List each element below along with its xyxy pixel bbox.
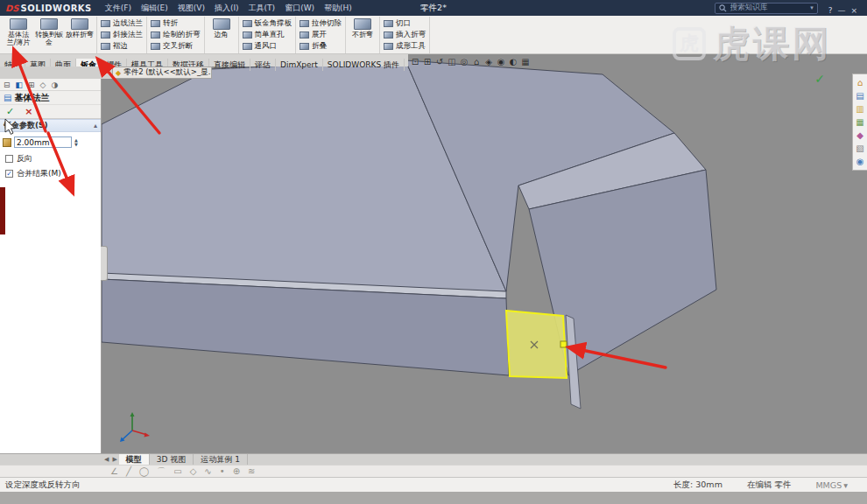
display-style-icon[interactable]: ◈	[483, 57, 494, 66]
view-tab[interactable]: 模型	[119, 454, 150, 465]
dimxpertmanager-tab-icon[interactable]: ◇	[40, 79, 46, 91]
scroll-right-icon[interactable]: ▶	[110, 454, 118, 465]
ribbon-button[interactable]: 边角	[207, 17, 236, 52]
command-tab[interactable]: DimXpert	[276, 59, 323, 71]
search-dropdown-icon[interactable]: ▾	[810, 4, 814, 11]
ribbon-button[interactable]: 成形工具	[382, 40, 427, 52]
rectangle-icon[interactable]: ▭	[173, 466, 181, 476]
section-view-icon[interactable]: ◫	[447, 57, 457, 66]
command-tab[interactable]: 评估	[250, 59, 276, 71]
spin-down-icon[interactable]: ▼	[74, 143, 78, 147]
appearances-icon[interactable]: ◆	[853, 129, 867, 142]
arc-icon[interactable]: ⌒	[157, 466, 166, 478]
menu-item[interactable]: 视图(V)	[173, 0, 209, 16]
point-icon[interactable]: •	[220, 466, 225, 476]
thickness-input[interactable]	[14, 136, 72, 148]
scroll-left-icon[interactable]: ◀	[102, 454, 110, 465]
confirmation-corner-check[interactable]: ✓	[814, 72, 825, 86]
ribbon-button[interactable]: 钣金角撑板	[241, 18, 294, 29]
polygon-icon[interactable]: ◇	[190, 466, 197, 476]
ok-button[interactable]: ✓	[6, 106, 14, 117]
collapse-icon[interactable]: ▴	[94, 122, 97, 130]
recording-indicator-strip	[0, 187, 5, 234]
ribbon-button[interactable]: 褶边	[99, 40, 144, 52]
ribbon-button[interactable]: 边线法兰	[99, 18, 144, 29]
menu-item[interactable]: 帮助(H)	[320, 0, 356, 16]
reverse-checkbox[interactable]	[5, 155, 13, 163]
search-icon	[719, 4, 727, 12]
ribbon-button[interactable]: 简单直孔	[241, 29, 294, 40]
zoom-area-icon[interactable]: ⊞	[422, 57, 433, 66]
menu-item[interactable]: 文件(F)	[101, 0, 136, 16]
thickness-row: ▲ ▼	[0, 132, 101, 150]
ribbon-button[interactable]: 插入折弯	[382, 29, 427, 40]
ribbon-button[interactable]: 折叠	[298, 40, 343, 52]
sheet-metal-command-icon	[10, 18, 27, 30]
ribbon-button[interactable]: 转折	[149, 18, 202, 29]
help-icon[interactable]: ?	[826, 6, 835, 15]
ribbon-button[interactable]: 拉伸切除	[298, 18, 343, 29]
dynamic-annotation-icon[interactable]: ◎	[459, 57, 469, 66]
trim-icon[interactable]: ≋	[248, 466, 255, 476]
ribbon-button-label: 边线法兰	[113, 18, 143, 29]
ribbon-button[interactable]: 斜接法兰	[99, 29, 144, 40]
sheet-metal-command-icon	[151, 32, 160, 38]
zoom-fit-icon[interactable]: ⊡	[410, 57, 420, 66]
ribbon-button[interactable]: 放样折弯	[65, 17, 95, 52]
menu-item[interactable]: 窗口(W)	[280, 0, 319, 16]
custom-properties-icon[interactable]: ▧	[853, 142, 867, 155]
menu-item[interactable]: 编辑(E)	[137, 0, 173, 16]
command-tab[interactable]: 直接编辑	[209, 59, 250, 71]
sheet-metal-parameters-section[interactable]: 钣金参数(S) ▴	[0, 119, 101, 132]
minimize-icon[interactable]: —	[835, 6, 848, 15]
spline-icon[interactable]: ∿	[204, 466, 211, 476]
sheet-metal-command-icon	[243, 43, 252, 50]
hide-show-items-icon[interactable]: ◉	[496, 57, 506, 66]
ribbon-button[interactable]: 转换到钣金	[34, 17, 64, 52]
home-icon[interactable]: ⌂	[853, 76, 867, 89]
view-palette-icon[interactable]: ▦	[853, 116, 867, 129]
command-tab[interactable]: SOLIDWORKS 插件	[323, 59, 405, 71]
property-manager-body: 钣金参数(S) ▴ ▲ ▼ 反向 ✓ 合并结果(M)	[0, 119, 101, 453]
graphics-viewport[interactable]: ⊡⊞↺◫◎⌂◈◉◐▦ ✓ ⌂▤▥▦◆▧◉	[102, 54, 867, 453]
ribbon-button[interactable]: 绘制的折弯	[149, 29, 202, 40]
view-tab[interactable]: 运动算例 1	[194, 454, 248, 465]
design-library-icon[interactable]: ▤	[853, 89, 867, 102]
ribbon-button[interactable]: 不折弯	[348, 17, 377, 52]
ribbon-button[interactable]: 切口	[382, 18, 427, 29]
ribbon-button[interactable]: 展开	[298, 29, 343, 40]
featuremanager-tab-icon[interactable]: ⊟	[4, 79, 11, 91]
view-orientation-icon[interactable]: ⌂	[471, 57, 482, 66]
circle-icon[interactable]: ◯	[139, 466, 149, 476]
ribbon-button-label: 钣金角撑板	[255, 18, 293, 29]
ribbon-button[interactable]: 通风口	[241, 40, 294, 52]
smart-dimension-icon[interactable]: ∠	[110, 466, 118, 476]
panel-splitter-grip[interactable]	[101, 246, 108, 281]
units-selector[interactable]: MMGS ▾	[815, 480, 848, 491]
menu-item[interactable]: 插入(I)	[210, 0, 243, 16]
sheet-metal-command-icon	[101, 32, 110, 38]
cancel-button[interactable]: ×	[25, 106, 32, 117]
previous-view-icon[interactable]: ↺	[434, 57, 445, 66]
displaymanager-tab-icon[interactable]: ◑	[52, 79, 59, 91]
view-tab[interactable]: 3D 视图	[150, 454, 194, 465]
close-icon[interactable]: ×	[848, 6, 860, 15]
configurationmanager-tab-icon[interactable]: ⊞	[28, 79, 35, 91]
document-tab[interactable]: ◆ 零件2 (默认<<默认>_显...	[112, 66, 212, 79]
propertymanager-tab-icon[interactable]: ◧	[16, 79, 24, 91]
file-explorer-icon[interactable]: ▥	[853, 102, 867, 116]
line-icon[interactable]: ╱	[126, 466, 131, 476]
length-readout: 长度: 30mm	[673, 480, 722, 491]
ribbon-button[interactable]: 交叉折断	[149, 40, 202, 52]
forum-icon[interactable]: ◉	[853, 155, 867, 168]
mirror-icon[interactable]: ⊕	[233, 466, 240, 476]
selected-face[interactable]	[506, 311, 567, 378]
menu-item[interactable]: 工具(T)	[244, 0, 280, 16]
merge-checkbox[interactable]: ✓	[5, 170, 13, 178]
ribbon-group: 不折弯	[346, 17, 380, 53]
apply-scene-icon[interactable]: ▦	[520, 57, 531, 66]
edit-appearance-icon[interactable]: ◐	[508, 57, 518, 66]
ribbon-button[interactable]: 基体法兰/薄片	[4, 17, 33, 52]
selection-handle[interactable]	[560, 341, 567, 347]
search-box[interactable]: 搜索知识库 ▾	[715, 3, 818, 14]
